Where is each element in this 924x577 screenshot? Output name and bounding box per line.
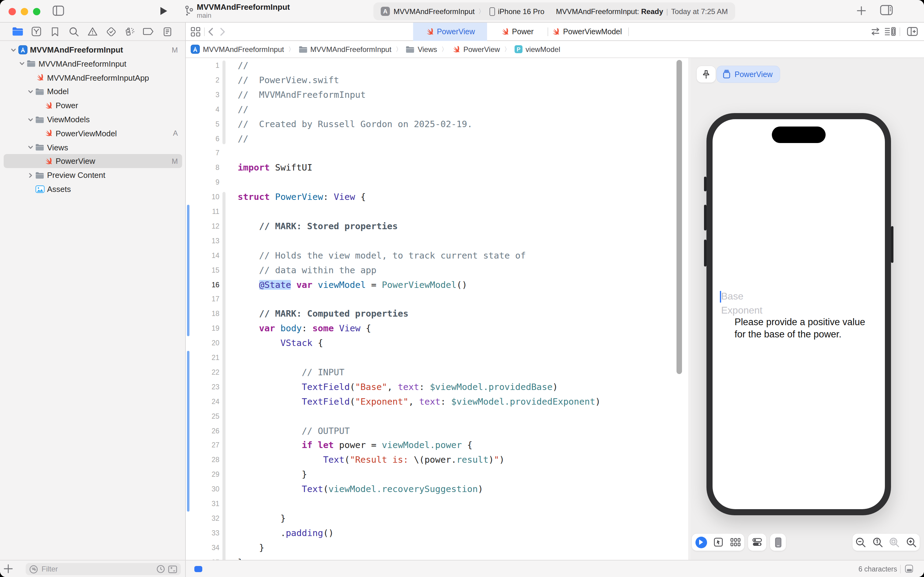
code-line-7[interactable]: 7 [186, 147, 689, 161]
tree-row-MVVMAndFreeformInput[interactable]: MVVMAndFreeformInputM [0, 43, 186, 57]
zoom-fit-icon[interactable] [889, 537, 900, 547]
source-control-icon[interactable] [30, 25, 43, 38]
code-line-1[interactable]: 1// [186, 59, 689, 73]
tab-PowerViewModel[interactable]: PowerViewModel [549, 23, 625, 41]
tree-row-Model[interactable]: Model [0, 85, 186, 99]
tab-PowerView[interactable]: PowerView [413, 23, 487, 41]
breadcrumb-item-Views[interactable]: Views [406, 45, 437, 53]
disclosure-open-icon[interactable] [27, 85, 34, 99]
activity-view[interactable]: A MVVMAndFreeformInput 〉 iPhone 16 Pro M… [373, 2, 735, 20]
close-window-button[interactable] [8, 8, 16, 15]
code-line-2[interactable]: 2// PowerView.swift [186, 73, 689, 88]
code-line-19[interactable]: 19 var body: some View { [186, 321, 689, 336]
live-preview-button[interactable] [695, 536, 707, 548]
editor-scrollbar[interactable] [676, 60, 682, 374]
add-tab-button[interactable] [857, 6, 866, 15]
pin-preview-button[interactable] [697, 66, 716, 82]
tree-row-Assets[interactable]: Assets [0, 182, 186, 196]
go-forward-icon[interactable] [220, 27, 225, 36]
zoom-in-icon[interactable] [906, 537, 917, 547]
debug-icon[interactable] [123, 25, 137, 38]
zoom-window-button[interactable] [33, 8, 40, 15]
code-line-11[interactable]: 11 [186, 205, 689, 219]
variants-mode-icon[interactable] [730, 538, 740, 546]
code-line-22[interactable]: 22 // INPUT [186, 366, 689, 380]
issues-icon[interactable] [86, 25, 99, 38]
selectable-mode-icon[interactable] [714, 537, 723, 547]
tree-row-Power[interactable]: Power [0, 98, 186, 113]
tree-row-Views[interactable]: Views [0, 140, 186, 154]
disclosure-open-icon[interactable] [10, 43, 16, 57]
code-line-33[interactable]: 33 .padding() [186, 526, 689, 541]
run-button[interactable] [159, 6, 168, 16]
tree-row-PowerView[interactable]: PowerViewM [0, 154, 186, 168]
code-line-29[interactable]: 29 } [186, 467, 689, 482]
code-line-6[interactable]: 6// [186, 132, 689, 147]
code-line-34[interactable]: 34 } [186, 541, 689, 555]
tree-row-MVVMAndFreeformInputApp[interactable]: MVVMAndFreeformInputApp [0, 71, 186, 85]
toggle-inspector-icon[interactable] [880, 5, 893, 15]
disclosure-closed-icon[interactable] [27, 168, 34, 182]
preview-target-chip[interactable]: PowerView [717, 66, 780, 82]
tree-row-PowerViewModel[interactable]: PowerViewModelA [0, 127, 186, 140]
code-line-32[interactable]: 32 } [186, 512, 689, 526]
minimize-window-button[interactable] [21, 8, 28, 15]
disclosure-open-icon[interactable] [27, 113, 34, 127]
run-destination[interactable]: iPhone 16 Pro [498, 7, 544, 16]
disclosure-open-icon[interactable] [19, 57, 25, 71]
toggle-sidebar-icon[interactable] [53, 5, 64, 16]
code-line-27[interactable]: 27 if let power = viewModel.power { [186, 438, 689, 453]
adjust-editor-icon[interactable] [870, 27, 881, 35]
code-line-9[interactable]: 9 [186, 176, 689, 190]
code-line-12[interactable]: 12 // MARK: Stored properties [186, 219, 689, 234]
minimap-icon[interactable] [884, 27, 896, 36]
tree-row-MVVMAndFreeformInput[interactable]: MVVMAndFreeformInput [0, 57, 186, 71]
code-line-17[interactable]: 17 [186, 292, 689, 307]
code-line-16[interactable]: 16 @State var viewModel = PowerViewModel… [186, 278, 689, 292]
code-line-10[interactable]: 10struct PowerView: View { [186, 190, 689, 205]
reports-icon[interactable] [160, 25, 174, 38]
breakpoints-icon[interactable] [142, 25, 155, 38]
code-line-14[interactable]: 14 // Holds the view model, to track cur… [186, 248, 689, 263]
code-line-30[interactable]: 30 Text(viewModel.recoverySuggestion) [186, 482, 689, 497]
zoom-100-icon[interactable] [872, 537, 883, 547]
filter-field[interactable]: Filter [26, 563, 181, 575]
device-settings-icon[interactable] [752, 537, 762, 547]
device-preview-icon[interactable] [774, 537, 781, 547]
source-editor[interactable]: 1//2// PowerView.swift3// MVVMAndFreefor… [186, 58, 689, 560]
related-items-icon[interactable] [191, 27, 200, 37]
code-line-31[interactable]: 31 [186, 497, 689, 512]
code-line-25[interactable]: 25 [186, 409, 689, 424]
code-line-8[interactable]: 8import SwiftUI [186, 161, 689, 176]
project-navigator-icon[interactable] [11, 25, 25, 38]
recent-files-icon[interactable] [156, 565, 165, 573]
breadcrumb-item-viewModel[interactable]: PviewModel [515, 45, 560, 53]
code-line-21[interactable]: 21 [186, 351, 689, 366]
tests-icon[interactable] [105, 25, 118, 38]
source-control-filter-icon[interactable] [168, 565, 177, 573]
code-line-26[interactable]: 26 // OUTPUT [186, 424, 689, 438]
code-line-35[interactable]: 35} [186, 555, 689, 560]
code-line-28[interactable]: 28 Text("Result is: \(power.result)") [186, 453, 689, 468]
find-icon[interactable] [67, 25, 80, 38]
code-line-24[interactable]: 24 TextField("Exponent", text: $viewMode… [186, 395, 689, 409]
add-editor-icon[interactable] [907, 27, 918, 36]
breadcrumb-item-MVVMAndFreeformInput[interactable]: MVVMAndFreeformInput [191, 45, 284, 54]
code-line-18[interactable]: 18 // MARK: Computed properties [186, 307, 689, 322]
tab-Power[interactable]: Power [490, 23, 544, 41]
breadcrumb-item-MVVMAndFreeformInput[interactable]: MVVMAndFreeformInput [299, 45, 391, 53]
code-line-3[interactable]: 3// MVVMAndFreeformInput [186, 88, 689, 103]
code-line-20[interactable]: 20 VStack { [186, 336, 689, 351]
zoom-out-icon[interactable] [856, 537, 866, 547]
code-line-5[interactable]: 5// Created by Russell Gordon on 2025-02… [186, 117, 689, 132]
scheme-name[interactable]: MVVMAndFreeformInput [394, 7, 475, 16]
tree-row-Preview Content[interactable]: Preview Content [0, 168, 186, 182]
code-line-4[interactable]: 4// [186, 102, 689, 117]
base-textfield[interactable]: Base [721, 291, 744, 302]
device-status-icon[interactable] [905, 565, 913, 573]
editor-indicator-icon[interactable] [194, 566, 202, 572]
code-line-13[interactable]: 13 [186, 234, 689, 249]
go-back-icon[interactable] [208, 27, 213, 36]
bookmarks-icon[interactable] [48, 25, 62, 38]
add-item-icon[interactable] [4, 564, 13, 573]
